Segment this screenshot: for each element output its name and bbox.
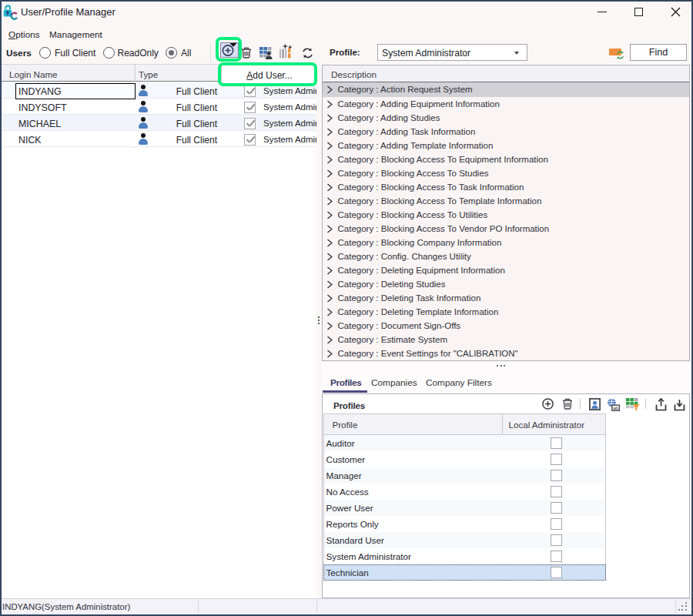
svg-text:ab: ab: [613, 404, 618, 410]
